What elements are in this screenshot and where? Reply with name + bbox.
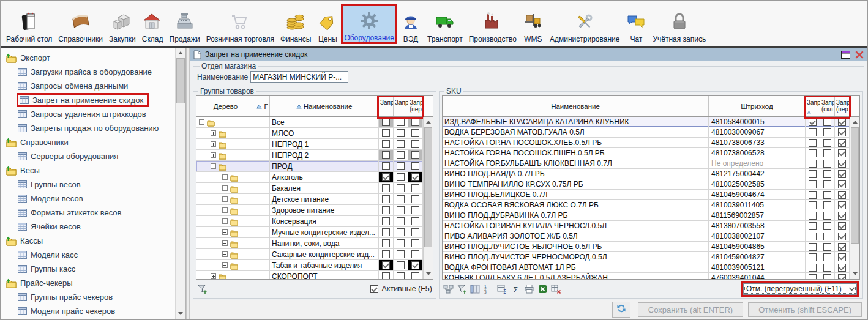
sidebar-item[interactable]: Модели прайс чекеров — [1, 304, 185, 318]
expand-icon[interactable] — [222, 174, 228, 180]
toolbar-item[interactable]: Продажи — [166, 4, 203, 44]
column-hide-icon[interactable] — [470, 284, 481, 294]
flag-checkbox-cell[interactable] — [820, 127, 835, 137]
sku-row[interactable]: НАСТОЙКА ГОР.НА ПОСОШОК.ХЛЕБ.0.5Л РБ 481… — [443, 138, 850, 148]
column-header-sku-name[interactable]: Наименование — [443, 96, 709, 116]
checkbox-checked[interactable] — [370, 285, 378, 293]
sku-row[interactable]: ВИНО ПЛОД.ЛУЧИСТОЕ ЧЕРНОСМОРОД.0.5Л 4810… — [443, 252, 850, 262]
scroll-up-button[interactable] — [176, 48, 185, 58]
flag-checkbox-cell[interactable] — [820, 169, 835, 179]
group-row[interactable]: СКОРОПОРТ — [196, 271, 423, 279]
sku-row[interactable]: ВОДКА ОСОБАЯ ВЯСКОВАЯ ЛЮКС О.7Л РБ 48100… — [443, 200, 850, 210]
store-name-field[interactable]: МАГАЗИН МИНСКИЙ Р-... — [250, 71, 348, 83]
sku-row[interactable]: НАСТОЙКА ГОР.БУЛЬБАШЪ КЛЮКВЕННАЯ 0.7Л Не… — [443, 158, 850, 169]
flag-checkbox-cell[interactable] — [394, 260, 408, 270]
flag-checkbox-cell[interactable] — [408, 139, 423, 149]
toolbar-item[interactable]: Учётная запись — [649, 4, 709, 44]
flag-checkbox-cell[interactable] — [394, 183, 408, 193]
expand-icon[interactable] — [222, 262, 228, 268]
flag-checkbox-cell[interactable] — [408, 150, 423, 160]
toolbar-item[interactable]: Справочники — [55, 4, 106, 44]
flag-checkbox-cell[interactable] — [806, 242, 820, 251]
flag-checkbox-cell[interactable] — [379, 161, 394, 171]
flag-checkbox-cell[interactable] — [806, 158, 820, 168]
flag-checkbox-cell[interactable] — [379, 172, 394, 182]
group-row[interactable]: НЕПРОД 2 — [196, 150, 423, 161]
sidebar-item[interactable]: Запрет на применение скидок — [1, 93, 185, 107]
toolbar-item[interactable]: Закупки — [106, 4, 139, 44]
group-row[interactable]: Все — [196, 117, 423, 128]
flag-checkbox-cell[interactable] — [835, 127, 850, 137]
group-row[interactable]: ПРОД — [196, 161, 423, 172]
flag-checkbox-cell[interactable] — [806, 273, 820, 279]
expand-icon[interactable] — [222, 240, 228, 246]
sidebar-item[interactable]: Ячейки весов — [1, 220, 185, 234]
flag-checkbox-cell[interactable] — [394, 161, 408, 171]
toolbar-item[interactable]: Производство — [466, 4, 520, 44]
flag-checkbox-cell[interactable] — [394, 194, 408, 204]
collapse-icon[interactable] — [199, 119, 204, 125]
sidebar-group[interactable]: Экспорт — [1, 51, 185, 65]
scrollbar-thumb[interactable] — [851, 127, 859, 244]
flag-checkbox-cell[interactable] — [379, 227, 394, 237]
flag-checkbox-cell[interactable] — [820, 190, 835, 199]
flag-checkbox-cell[interactable] — [408, 183, 423, 193]
flag-checkbox-cell[interactable] — [820, 252, 835, 262]
flag-checkbox-cell[interactable] — [820, 221, 835, 231]
expand-icon[interactable] — [211, 273, 216, 279]
sku-row[interactable]: ИЗД.ВАФЕЛЬНЫЕ КРАСАВИЦА КАТАРИНА КЛУБНИК… — [443, 117, 850, 127]
column-header-tree[interactable]: Дерево — [196, 96, 255, 116]
scrollbar-thumb[interactable] — [424, 127, 432, 247]
expand-icon[interactable] — [222, 229, 228, 235]
group-row[interactable]: Здоровое питание — [196, 205, 423, 216]
table-sum-icon[interactable]: Σ — [497, 284, 507, 294]
flag-checkbox-cell[interactable] — [408, 260, 423, 270]
numbered-list-icon[interactable]: 123 — [484, 284, 494, 294]
flag-checkbox-cell[interactable] — [835, 158, 850, 168]
toolbar-item[interactable]: Финансы — [277, 4, 314, 44]
flag-checkbox-cell[interactable] — [820, 262, 835, 272]
mode-dropdown[interactable]: Отм. (перегруженный) (F11) — [743, 283, 857, 295]
flag-checkbox-cell[interactable] — [394, 271, 408, 279]
flag-checkbox-cell[interactable] — [835, 221, 850, 231]
sku-row[interactable]: ВИНО ТЕМПРАНИЛЛО КР.СУХ 0.75Л РБ 4810025… — [443, 179, 850, 190]
flag-checkbox-cell[interactable] — [806, 262, 820, 272]
column-header-name[interactable]: Наименование — [270, 96, 379, 116]
filter-add-icon[interactable] — [197, 284, 208, 294]
toolbar-item[interactable]: Транспорт — [424, 4, 466, 44]
sidebar-item[interactable]: Модели весов — [1, 192, 185, 206]
group-row[interactable]: Напитки, соки, вода — [196, 238, 423, 249]
column-header-flag1[interactable]: Запр — [806, 96, 820, 116]
flag-checkbox-cell[interactable] — [835, 148, 850, 158]
sku-row[interactable]: КОНЬЯК ГОЛД БАКУ 6 ЛЕТ 0.5Л АЗЕРБАЙЖАН 4… — [443, 273, 850, 279]
toolbar-item[interactable]: Чат — [623, 4, 649, 44]
flag-checkbox-cell[interactable] — [379, 271, 394, 279]
expand-icon[interactable] — [222, 185, 228, 191]
flag-checkbox-cell[interactable] — [820, 117, 835, 127]
sidebar-item[interactable]: Форматы этикеток весов — [1, 206, 185, 220]
flag-checkbox-cell[interactable] — [408, 249, 423, 259]
flag-checkbox-cell[interactable] — [806, 127, 820, 137]
flag-checkbox-cell[interactable] — [379, 150, 394, 160]
sku-row[interactable]: ПИВО АЛИВАРИЯ ЗОЛОТОЕ Ж/Б 0.5Л 481003800… — [443, 231, 850, 242]
flag-checkbox-cell[interactable] — [806, 138, 820, 147]
toolbar-item[interactable]: Рабочий стол — [3, 4, 55, 44]
column-header-flag1[interactable]: Запр — [379, 96, 394, 116]
group-row[interactable]: Сахарные кондитерские изд... — [196, 249, 423, 260]
excel-export-icon[interactable] — [537, 284, 548, 294]
flag-checkbox-cell[interactable] — [835, 210, 850, 220]
flag-checkbox-cell[interactable] — [379, 183, 394, 193]
flag-checkbox-cell[interactable] — [379, 216, 394, 226]
sku-row[interactable]: ВИНО ПЛОД.НАЯДА 0.7Л РБ 4812175000442 — [443, 169, 850, 179]
sku-row[interactable]: НАСТОЙКА ГОР.ИВАН КУПАЛА ЧЕРНОСЛ.0.5Л 48… — [443, 221, 850, 231]
column-header-flag3[interactable]: Запр(пер — [835, 96, 850, 116]
flag-checkbox-cell[interactable] — [806, 148, 820, 158]
group-row[interactable]: МЯСО — [196, 128, 423, 139]
flag-checkbox-cell[interactable] — [835, 179, 850, 189]
flag-checkbox-cell[interactable] — [408, 117, 423, 127]
sigma-icon[interactable]: Σ — [511, 284, 521, 294]
expand-icon[interactable] — [211, 141, 216, 147]
column-header-flag3[interactable]: Запр(пер — [408, 96, 423, 116]
scroll-down-button[interactable] — [424, 269, 433, 279]
sidebar-item[interactable]: Запросы обмена данными — [1, 79, 185, 93]
